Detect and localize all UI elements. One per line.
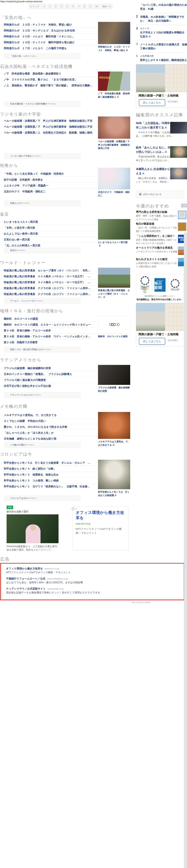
ranking-headline[interactable]: 市職員、ALS患者側に「時間稼ぎですか」 埼玉・吉川市謝罪へ xyxy=(140,15,187,23)
ntt-ad-title[interactable]: オフィス環境から働き方改革を xyxy=(76,510,125,521)
ranking-headline[interactable]: 「ルパン三世」の生みの親が肺炎のため死去 81歳 xyxy=(140,3,187,11)
list-item[interactable]: 〉日本のベンチャー開発の「発電床」 ブラジルに試験導入 xyxy=(4,371,96,377)
ranking-item[interactable]: 5人気声優の死異常なしがＥＢＶ感染症…難病指定訴え xyxy=(136,53,187,64)
article-link[interactable]: 「令和」と国文学＝西川恵 xyxy=(4,226,35,229)
section-more-button[interactable]: 〉金言のページへ xyxy=(4,248,80,253)
thumbnail-image[interactable] xyxy=(98,316,130,334)
section-thumbnail[interactable]: 和平合意から１年／５止 行く末占う大統領選 xyxy=(98,460,130,497)
ad-unit-photoshop[interactable]: 広告 被写体を自動で選択 Photoshop最新版なら、人工知能が主要な被写体を… xyxy=(7,505,78,552)
list-item[interactable]: 〉最終回 ホロコーストの源流 エスター・ムインジャンゲ氏インタビュー xyxy=(4,322,96,328)
pagination-page-button[interactable]: 7 xyxy=(77,4,81,9)
article-link[interactable]: 特派員が選ぶ私の世界遺産 センセープ運河（タイ・バンコク） 市民の足で… xyxy=(4,269,92,272)
list-item[interactable]: 〉／中 ２０００ドルの月収、数ドルに 「まるで奴隷の生活」 xyxy=(4,77,96,83)
section-more-button[interactable]: 〉ラテンアメリカからのページへ xyxy=(4,392,80,398)
article-link[interactable]: 「中国」という名を背負って 中国総局・河津啓介 xyxy=(4,172,64,176)
list-item[interactable]: 〉たいまつをもつ人々＝西川恵 xyxy=(4,219,96,225)
editors-pick-thumbnail[interactable] xyxy=(170,168,187,179)
article-link[interactable]: ／下 対米改善を模索 原油増産へ資金獲得狙う xyxy=(4,72,61,75)
section-thumbnail[interactable]: メルキアデスは２度死ぬ、で、まだ生きてる xyxy=(98,412,130,447)
list-item[interactable]: 〉住宅不足が招く深刻な空きビル不法占拠 xyxy=(4,383,96,389)
text-ad[interactable]: オフィス環境から働き方改革をwww.ntt-f.co.jpNTTファシリティーズ… xyxy=(6,567,184,574)
article-link[interactable]: 同時進行ルポ ２０日・メヒカリ 難民申請「メキシコに」 xyxy=(4,35,75,38)
list-item[interactable]: 〉北京のサクラ 中国総局・浦松丈二 xyxy=(4,189,96,194)
article-link[interactable]: 幼子の記憶 北米総局・高本耕太 xyxy=(4,178,43,181)
house-ad-image[interactable] xyxy=(136,303,187,331)
article-link[interactable]: 特派員が選ぶ私の世界遺産 クジラの谷（エジプト・ファイユーム郊外） 太… xyxy=(4,292,92,296)
article-link[interactable]: 天衣無縫 虚実からどこまでも自由な語り部 xyxy=(4,437,56,440)
editors-pick-thumbnail[interactable] xyxy=(170,146,187,158)
ranking-headline[interactable]: 女子学生と１３泊の准教授を停職処分 弘前大 xyxy=(140,31,187,38)
article-link[interactable]: メルキアデスは２度死ぬ、で、まだ生きてる xyxy=(4,413,57,417)
list-item[interactable]: 〉最終回 ホロコーストの源流 xyxy=(4,316,96,322)
list-item[interactable]: 〉ろくでなしの純愛 半世紀の片思い xyxy=(4,418,96,424)
text-ad-title[interactable]: オフィス環境から働き方改革を xyxy=(6,567,43,570)
section-thumbnail[interactable]: ブラジル大統領選 極右候補勝利の背景 xyxy=(98,365,130,393)
weekly-pick-item[interactable]: 毎日が囲碁道場「次の一手」の問題にチャレンジ！【出題】二十四世本因坊秀芳 xyxy=(136,222,187,233)
article-link[interactable]: 最終回 ホロコーストの源流 xyxy=(4,317,38,320)
list-item[interactable]: 〉和平合意から１年／１ 元ゲリラ「政府頼れない」 支援手薄、社会復帰困難 xyxy=(4,484,96,489)
section-more-button[interactable]: 〉石油大国転落・ベネズエラ経済危機のページへ xyxy=(4,101,80,106)
list-item[interactable]: 〉「おしゃべり人生」か「ほら吹き人生」か xyxy=(4,430,96,436)
editors-pick-thumbnail[interactable] xyxy=(170,122,187,133)
list-item[interactable]: 〉同時進行ルポ １９日・ティファナ 難民申請待ち増え続け xyxy=(4,39,96,45)
section-more-button[interactable]: 〉地球ＩＮＧ・進行形の現場からのページへ xyxy=(4,347,80,352)
ad-image[interactable] xyxy=(7,515,59,543)
section-more-button[interactable]: 〉メモ帳の片隅のページへ xyxy=(4,442,80,448)
list-item[interactable]: 〉特派員が選ぶ私の世界遺産 クジラの谷（エジプト・ファイユーム郊外） 太… xyxy=(4,291,96,297)
ranking-item[interactable]: 2市職員、ALS患者側に「時間稼ぎですか」 埼玉・吉川市謝罪へ xyxy=(136,13,187,25)
article-link[interactable]: 北京のサクラ 中国総局・浦松丈二 xyxy=(4,190,45,193)
pagination-page-button[interactable]: 10 xyxy=(94,4,100,9)
suumo-ad-card[interactable]: 関東の新築一戸建て・土地特集詳しくはこちらSUUMO xyxy=(136,303,187,346)
list-item[interactable]: 〉和平合意から１年／５止 行く末占う大統領選 ダニエル・ガルシア コロン… xyxy=(4,460,96,466)
weekly-pick-thumbnail[interactable] xyxy=(178,222,186,231)
text-ad-title[interactable]: 千葉銀行リフォームローン／公式 xyxy=(6,577,45,580)
thumbnail-caption[interactable]: 和平合意から１年／５止 行く末占う大統領選 xyxy=(98,490,130,497)
section-more-button[interactable]: 〉ワールド・トレジャーのページへ xyxy=(4,298,80,304)
lock-info-button[interactable]: のマークについて xyxy=(136,191,184,198)
section-more-button[interactable]: 〉フジモリ家の十字架のページへ xyxy=(4,153,80,159)
list-item[interactable]: 〉愛され、くさされ、ボロボロになるまで読まれる作家 xyxy=(4,424,96,430)
pagination-page-button[interactable]: 3 xyxy=(53,4,58,9)
section-thumbnail[interactable]: 最終回 ホロコーストの源流 xyxy=(98,316,130,338)
article-link[interactable]: 愛され、くさされ、ボロボロになるまで読まれる作家 xyxy=(4,425,67,429)
text-ad[interactable]: ティアンドデイ／公式直販サイトwww.tandd.co.jp現在値も記録データも… xyxy=(6,587,184,594)
list-item[interactable]: 〉第２４回 若者の薬物・アルコール依存 xyxy=(4,328,96,334)
section-thumbnail[interactable]: 特派員が選ぶ私の世界遺産 センセープ運河（タイ・バンコク） xyxy=(98,268,130,299)
article-link[interactable]: ／中 ２０００ドルの月収、数ドルに 「まるで奴隷の生活」 xyxy=(4,78,77,81)
thumbnail-image[interactable] xyxy=(98,460,130,489)
section-thumbnail[interactable]: たいまつをもつ人々＝西川恵 xyxy=(98,219,130,247)
article-link[interactable]: 同時進行ルポ ２３日・ティファナ 米移住、夢追い続け xyxy=(4,23,72,26)
thumbnail-caption[interactable]: ペルー大統領選・決選投票／下 声上げる弾圧被害者 強権政治復活に不安 xyxy=(98,140,130,150)
pagination-last-button[interactable]: 最後へ >| xyxy=(101,4,113,9)
section-thumbnail[interactable]: ペルー大統領選・決選投票／下 声上げる弾圧被害者 強権政治復活に不安 xyxy=(98,117,130,150)
pagination-page-button[interactable]: 1 xyxy=(42,4,46,9)
house-ad-button[interactable]: 詳しくはこちら xyxy=(139,99,165,106)
pagination-page-button[interactable]: 5 xyxy=(65,4,69,9)
article-link[interactable]: 日英の太い絆＝西川恵 xyxy=(4,238,30,241)
article-link[interactable]: ブラジルで続く過去最大の汚職捜査 xyxy=(4,378,46,382)
article-link[interactable]: ペルー大統領選・決選投票／下 声上げる弾圧被害者 強権政治復活に不安 xyxy=(4,125,92,128)
article-link[interactable]: 和平合意から１年／４ 続く国民の「分断」 xyxy=(4,467,56,470)
article-link[interactable]: お人よしでない欧州＝西川恵 xyxy=(4,232,38,236)
article-link[interactable]: 同時進行ルポ １９日・ティファナ 難民申請待ち増え続け xyxy=(4,41,75,44)
pagination-page-button[interactable]: 2 xyxy=(48,4,52,9)
list-item[interactable]: 〉ペルー大統領選・決選投票／上 治安悪化で支持拡大 貧困層、強権に期待 xyxy=(4,130,96,135)
thumbnail-image[interactable]: PDVSA xyxy=(98,71,130,91)
list-item[interactable]: 〉「中国」という名を背負って 中国総局・河津啓介 xyxy=(4,171,96,177)
thumbnail-image[interactable] xyxy=(98,365,130,385)
section-thumbnail[interactable]: 北京のサクラ 中国総局・浦松丈二 xyxy=(98,168,130,197)
list-item[interactable]: 〉第２３回 刑務所で大学教育 xyxy=(4,340,96,345)
editors-pick-item[interactable]: NHK「上方演芸会」70周年 新作こだわり漫才育てる ＮＨＫラジオの番組「上方演… xyxy=(136,121,187,138)
thumbnail-caption[interactable]: 同時進行ルポ ２３日・ティファナ 米移住、夢追い続け xyxy=(98,45,130,52)
list-item[interactable]: 〉ペルー大統領選・決選投票／下 声上げる弾圧被害者 強権政治復活に不安 xyxy=(4,124,96,130)
pagination-page-button[interactable]: 4 xyxy=(59,4,64,9)
ranking-headline[interactable]: ノートルダム大聖堂の大規模火災 改修工事が原因か xyxy=(140,42,187,50)
weekly-pick-item[interactable]: オーストラリアの魅力を再発見ノーザンテリトリーの10スポットを特集 xyxy=(136,246,187,253)
editors-pick-title[interactable]: 絵本「あらしのよるに」 作者が読んでほしい人は… xyxy=(136,146,175,154)
thumbnail-image[interactable] xyxy=(98,268,130,288)
list-item[interactable]: 〉幼子の記憶 北米総局・高本耕太 xyxy=(4,177,96,183)
ranking-item[interactable]: 「ルパン三世」の生みの親が肺炎のため死去 81歳 xyxy=(136,1,187,13)
ranking-topic-tag[interactable]: 人気声優の死 xyxy=(140,55,187,58)
article-link[interactable]: 和平合意から１年／３ 地雷除去、地道な歩み xyxy=(4,473,59,476)
thumbnail-caption[interactable]: メルキアデスは２度死ぬ、で、まだ生きてる xyxy=(98,440,130,447)
